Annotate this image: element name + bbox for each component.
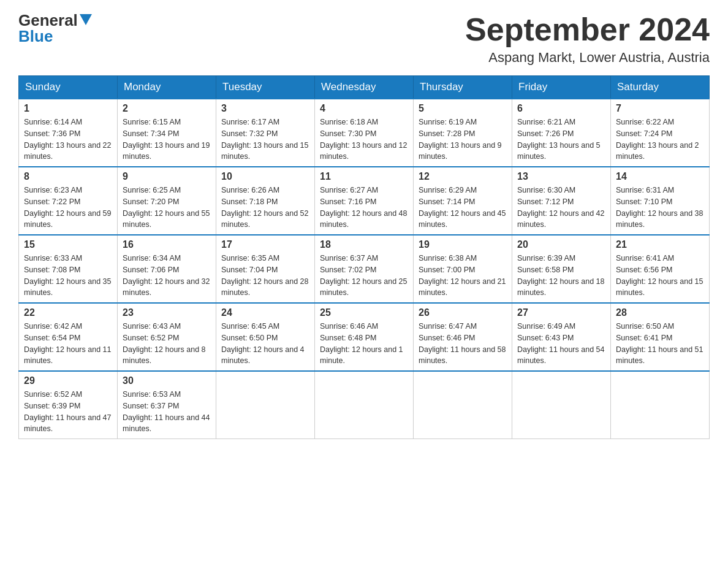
- calendar-cell: 7Sunrise: 6:22 AMSunset: 7:24 PMDaylight…: [611, 99, 710, 167]
- day-number: 18: [320, 239, 408, 250]
- day-info: Sunrise: 6:38 AMSunset: 7:00 PMDaylight:…: [419, 253, 507, 299]
- logo-general-text: General: [18, 12, 78, 28]
- day-number: 22: [24, 307, 112, 318]
- day-info: Sunrise: 6:31 AMSunset: 7:10 PMDaylight:…: [616, 185, 704, 231]
- day-info: Sunrise: 6:30 AMSunset: 7:12 PMDaylight:…: [517, 185, 605, 231]
- day-number: 1: [24, 103, 112, 114]
- logo-blue-text: Blue: [18, 27, 53, 45]
- calendar-table: SundayMondayTuesdayWednesdayThursdayFrid…: [18, 75, 710, 439]
- calendar-cell: 16Sunrise: 6:34 AMSunset: 7:06 PMDayligh…: [118, 235, 216, 303]
- day-number: 12: [419, 171, 507, 182]
- day-number: 30: [123, 375, 211, 386]
- month-title: September 2024: [465, 12, 710, 47]
- weekday-header-row: SundayMondayTuesdayWednesdayThursdayFrid…: [19, 76, 710, 99]
- day-info: Sunrise: 6:14 AMSunset: 7:36 PMDaylight:…: [24, 117, 112, 163]
- weekday-header-saturday: Saturday: [611, 76, 710, 99]
- calendar-cell: 4Sunrise: 6:18 AMSunset: 7:30 PMDaylight…: [315, 99, 414, 167]
- weekday-header-sunday: Sunday: [19, 76, 118, 99]
- svg-marker-0: [80, 14, 92, 25]
- week-row-2: 8Sunrise: 6:23 AMSunset: 7:22 PMDaylight…: [19, 167, 710, 235]
- day-info: Sunrise: 6:35 AMSunset: 7:04 PMDaylight:…: [221, 253, 309, 299]
- day-number: 2: [123, 103, 211, 114]
- week-row-1: 1Sunrise: 6:14 AMSunset: 7:36 PMDaylight…: [19, 99, 710, 167]
- calendar-cell: 19Sunrise: 6:38 AMSunset: 7:00 PMDayligh…: [414, 235, 512, 303]
- day-info: Sunrise: 6:33 AMSunset: 7:08 PMDaylight:…: [24, 253, 112, 299]
- logo: General Blue: [18, 12, 92, 44]
- day-info: Sunrise: 6:26 AMSunset: 7:18 PMDaylight:…: [221, 185, 309, 231]
- day-number: 13: [517, 171, 605, 182]
- calendar-cell: 24Sunrise: 6:45 AMSunset: 6:50 PMDayligh…: [216, 303, 315, 371]
- calendar-cell: 17Sunrise: 6:35 AMSunset: 7:04 PMDayligh…: [216, 235, 315, 303]
- day-info: Sunrise: 6:37 AMSunset: 7:02 PMDaylight:…: [320, 253, 408, 299]
- day-number: 8: [24, 171, 112, 182]
- weekday-header-monday: Monday: [118, 76, 216, 99]
- day-number: 24: [221, 307, 309, 318]
- day-number: 23: [123, 307, 211, 318]
- calendar-cell: 6Sunrise: 6:21 AMSunset: 7:26 PMDaylight…: [512, 99, 611, 167]
- calendar-cell: 14Sunrise: 6:31 AMSunset: 7:10 PMDayligh…: [611, 167, 710, 235]
- day-number: 16: [123, 239, 211, 250]
- day-number: 6: [517, 103, 605, 114]
- day-info: Sunrise: 6:29 AMSunset: 7:14 PMDaylight:…: [419, 185, 507, 231]
- week-row-3: 15Sunrise: 6:33 AMSunset: 7:08 PMDayligh…: [19, 235, 710, 303]
- calendar-cell: 3Sunrise: 6:17 AMSunset: 7:32 PMDaylight…: [216, 99, 315, 167]
- day-info: Sunrise: 6:34 AMSunset: 7:06 PMDaylight:…: [123, 253, 211, 299]
- day-info: Sunrise: 6:50 AMSunset: 6:41 PMDaylight:…: [616, 321, 704, 367]
- day-number: 7: [616, 103, 704, 114]
- calendar-cell: 5Sunrise: 6:19 AMSunset: 7:28 PMDaylight…: [414, 99, 512, 167]
- day-number: 3: [221, 103, 309, 114]
- calendar-cell: [315, 371, 414, 439]
- day-number: 26: [419, 307, 507, 318]
- day-number: 15: [24, 239, 112, 250]
- day-info: Sunrise: 6:45 AMSunset: 6:50 PMDaylight:…: [221, 321, 309, 367]
- logo-arrow-icon: [80, 14, 92, 28]
- day-number: 27: [517, 307, 605, 318]
- day-number: 21: [616, 239, 704, 250]
- week-row-5: 29Sunrise: 6:52 AMSunset: 6:39 PMDayligh…: [19, 371, 710, 439]
- day-number: 20: [517, 239, 605, 250]
- weekday-header-wednesday: Wednesday: [315, 76, 414, 99]
- day-info: Sunrise: 6:42 AMSunset: 6:54 PMDaylight:…: [24, 321, 112, 367]
- calendar-cell: 15Sunrise: 6:33 AMSunset: 7:08 PMDayligh…: [19, 235, 118, 303]
- day-info: Sunrise: 6:53 AMSunset: 6:37 PMDaylight:…: [123, 389, 211, 435]
- day-number: 5: [419, 103, 507, 114]
- calendar-cell: 13Sunrise: 6:30 AMSunset: 7:12 PMDayligh…: [512, 167, 611, 235]
- day-info: Sunrise: 6:15 AMSunset: 7:34 PMDaylight:…: [123, 117, 211, 163]
- day-number: 17: [221, 239, 309, 250]
- calendar-cell: [611, 371, 710, 439]
- day-info: Sunrise: 6:21 AMSunset: 7:26 PMDaylight:…: [517, 117, 605, 163]
- calendar-cell: 22Sunrise: 6:42 AMSunset: 6:54 PMDayligh…: [19, 303, 118, 371]
- day-info: Sunrise: 6:23 AMSunset: 7:22 PMDaylight:…: [24, 185, 112, 231]
- day-info: Sunrise: 6:52 AMSunset: 6:39 PMDaylight:…: [24, 389, 112, 435]
- calendar-cell: 25Sunrise: 6:46 AMSunset: 6:48 PMDayligh…: [315, 303, 414, 371]
- calendar-cell: [512, 371, 611, 439]
- calendar-cell: 29Sunrise: 6:52 AMSunset: 6:39 PMDayligh…: [19, 371, 118, 439]
- day-info: Sunrise: 6:25 AMSunset: 7:20 PMDaylight:…: [123, 185, 211, 231]
- calendar-cell: 21Sunrise: 6:41 AMSunset: 6:56 PMDayligh…: [611, 235, 710, 303]
- calendar-cell: 11Sunrise: 6:27 AMSunset: 7:16 PMDayligh…: [315, 167, 414, 235]
- day-number: 29: [24, 375, 112, 386]
- day-info: Sunrise: 6:46 AMSunset: 6:48 PMDaylight:…: [320, 321, 408, 367]
- day-info: Sunrise: 6:17 AMSunset: 7:32 PMDaylight:…: [221, 117, 309, 163]
- calendar-cell: 9Sunrise: 6:25 AMSunset: 7:20 PMDaylight…: [118, 167, 216, 235]
- calendar-cell: [216, 371, 315, 439]
- day-info: Sunrise: 6:19 AMSunset: 7:28 PMDaylight:…: [419, 117, 507, 163]
- calendar-cell: 2Sunrise: 6:15 AMSunset: 7:34 PMDaylight…: [118, 99, 216, 167]
- weekday-header-tuesday: Tuesday: [216, 76, 315, 99]
- calendar-cell: 23Sunrise: 6:43 AMSunset: 6:52 PMDayligh…: [118, 303, 216, 371]
- calendar-cell: 26Sunrise: 6:47 AMSunset: 6:46 PMDayligh…: [414, 303, 512, 371]
- day-number: 25: [320, 307, 408, 318]
- calendar-cell: 1Sunrise: 6:14 AMSunset: 7:36 PMDaylight…: [19, 99, 118, 167]
- calendar-cell: [414, 371, 512, 439]
- day-number: 28: [616, 307, 704, 318]
- calendar-cell: 8Sunrise: 6:23 AMSunset: 7:22 PMDaylight…: [19, 167, 118, 235]
- day-info: Sunrise: 6:39 AMSunset: 6:58 PMDaylight:…: [517, 253, 605, 299]
- day-info: Sunrise: 6:47 AMSunset: 6:46 PMDaylight:…: [419, 321, 507, 367]
- day-info: Sunrise: 6:27 AMSunset: 7:16 PMDaylight:…: [320, 185, 408, 231]
- location-subtitle: Aspang Markt, Lower Austria, Austria: [465, 50, 710, 66]
- day-number: 4: [320, 103, 408, 114]
- title-area: September 2024 Aspang Markt, Lower Austr…: [465, 12, 710, 66]
- weekday-header-friday: Friday: [512, 76, 611, 99]
- day-info: Sunrise: 6:22 AMSunset: 7:24 PMDaylight:…: [616, 117, 704, 163]
- page-header: General Blue September 2024 Aspang Markt…: [18, 12, 710, 66]
